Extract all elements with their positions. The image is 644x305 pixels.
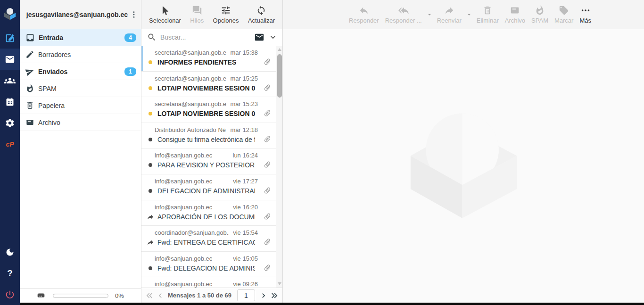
paperclip-icon (262, 211, 273, 222)
chat-bubbles-icon (192, 5, 202, 16)
rail-spacer (0, 155, 20, 241)
folder-label: Borradores (38, 51, 71, 58)
forwarded-arrow-icon (146, 239, 155, 246)
message-subject: APROBACIÓN DE LOS DOCUMEN... (157, 213, 255, 221)
tag-icon (559, 5, 569, 16)
first-page-icon[interactable] (144, 290, 155, 301)
cpanel-icon[interactable]: cP (0, 133, 20, 155)
message-row[interactable]: info@sanjuan.gob.eclun 16:24 PARA REVISI… (141, 148, 282, 174)
archive-box-icon (25, 118, 34, 127)
more-button[interactable]: Más (579, 5, 591, 24)
message-row[interactable]: info@sanjuan.gob.ecvie 09:26 (141, 277, 282, 288)
spam-button[interactable]: SPAM (531, 5, 548, 24)
search-scope-chevron-down-icon[interactable] (268, 33, 278, 42)
trash-icon (482, 5, 493, 16)
list-scrollbar[interactable] (276, 46, 282, 288)
reply-all-button[interactable]: Responder ... (385, 5, 422, 24)
message-subject: DELEGACION DE ADMINISTRADO... (157, 187, 255, 195)
more-label: Más (579, 17, 591, 24)
message-sender: info@sanjuan.gob.ec (155, 204, 212, 211)
folder-label: Enviados (38, 68, 67, 75)
message-subject: LOTAIP NOVIEMBRE SESION 062 (157, 84, 255, 92)
message-sender: secretaria@sanjuan.gob.ec (155, 75, 226, 82)
page-number-input[interactable] (237, 289, 255, 301)
next-page-icon[interactable] (259, 291, 268, 300)
last-page-icon[interactable] (269, 290, 280, 301)
settings-gear-icon[interactable] (0, 112, 20, 133)
mark-label: Marcar (554, 17, 573, 24)
sidebar-item-sent[interactable]: Enviados 1 (20, 63, 141, 80)
send-icon (24, 66, 35, 77)
message-row[interactable]: info@sanjuan.gob.ecvie 15:05 Fwd: DELEGA… (141, 252, 282, 278)
message-action-toolbar: Responder Responder ... Reenviar Elimina… (283, 0, 644, 29)
message-date: vie 16:20 (233, 204, 258, 211)
message-sender: secretaria@sanjuan.gob.ec (155, 49, 226, 56)
delete-button[interactable]: Eliminar (477, 5, 499, 24)
message-row[interactable]: coordinador@sanjuan.gob....vie 15:54 Fwd… (141, 226, 282, 252)
fire-icon (25, 84, 34, 93)
select-button[interactable]: Seleccionar (149, 5, 181, 24)
help-icon[interactable]: ? (0, 263, 20, 284)
message-date: vie 17:27 (233, 178, 258, 185)
message-row[interactable]: secretaria@sanjuan.gob.ecmar 15:38 INFOR… (141, 46, 282, 72)
message-sender: info@sanjuan.gob.ec (155, 152, 212, 159)
dark-mode-moon-icon[interactable] (0, 241, 20, 263)
sidebar-item-trash[interactable]: Papelera (20, 97, 141, 114)
list-toolbar: Seleccionar Hilos Opciones Actualizar (141, 0, 282, 29)
message-sender: info@sanjuan.gob.ec (155, 280, 212, 288)
scrollbar-up-arrow[interactable] (278, 48, 281, 51)
forward-dropdown-caret-icon[interactable] (466, 11, 472, 18)
sidebar-item-spam[interactable]: SPAM (20, 80, 141, 97)
sidebar-item-drafts[interactable]: Borradores (20, 46, 141, 63)
archive-button[interactable]: Archivo (505, 5, 525, 24)
sidebar-item-archive[interactable]: Archivo (20, 114, 141, 131)
message-subject: INFORMES PENDIENTES (157, 58, 236, 66)
contacts-module-icon[interactable] (0, 70, 20, 91)
reply-button[interactable]: Responder (349, 5, 379, 24)
reply-all-dropdown-caret-icon[interactable] (426, 11, 433, 18)
storage-disk-icon (36, 290, 46, 301)
search-input[interactable] (160, 33, 250, 41)
account-menu-icon[interactable] (130, 10, 138, 19)
message-row[interactable]: Distribuidor Autorizado Ne...mar 12:18 C… (141, 123, 282, 149)
paperclip-icon (262, 57, 273, 67)
options-button[interactable]: Opciones (213, 5, 239, 24)
message-row[interactable]: info@sanjuan.gob.ecvie 17:27 DELEGACION … (141, 174, 282, 200)
message-sender: info@sanjuan.gob.ec (155, 255, 212, 262)
message-date: mar 15:25 (230, 75, 258, 82)
folder-label: SPAM (38, 85, 57, 92)
message-row[interactable]: secretaria@sanjuan.gob.ecmar 15:23 LOTAI… (141, 97, 282, 123)
read-dot-icon (146, 138, 155, 141)
message-list-panel: Seleccionar Hilos Opciones Actualizar (141, 0, 283, 305)
message-row[interactable]: secretaria@sanjuan.gob.ecmar 15:25 LOTAI… (141, 72, 282, 98)
quota-bar: 0% (20, 288, 141, 303)
paperclip-icon (262, 237, 273, 247)
mark-button[interactable]: Marcar (554, 5, 573, 24)
archive-box-icon (510, 5, 520, 16)
scrollbar-down-arrow[interactable] (278, 282, 281, 285)
select-label: Seleccionar (149, 17, 181, 24)
calendar-module-icon[interactable] (0, 91, 20, 112)
compose-icon[interactable] (0, 27, 20, 49)
threads-button[interactable]: Hilos (190, 5, 204, 24)
archive-label: Archivo (505, 17, 525, 24)
message-sender: coordinador@sanjuan.gob.... (155, 229, 229, 236)
refresh-button[interactable]: Actualizar (248, 5, 275, 24)
sidebar-item-inbox[interactable]: Entrada 4 (20, 29, 141, 46)
forward-button[interactable]: Reenviar (437, 5, 462, 24)
message-list: secretaria@sanjuan.gob.ecmar 15:38 INFOR… (141, 46, 282, 288)
logout-power-icon[interactable] (0, 284, 20, 305)
message-row[interactable]: info@sanjuan.gob.ecvie 16:20 APROBACIÓN … (141, 200, 282, 226)
scrollbar-thumb[interactable] (277, 54, 282, 98)
prev-page-icon[interactable] (156, 291, 165, 300)
forwarded-arrow-icon (146, 213, 155, 221)
account-header: jesusgavilanes@sanjuan.gob.ec (20, 0, 141, 29)
unread-count-badge: 1 (124, 67, 136, 76)
search-scope-envelope-icon[interactable] (254, 32, 264, 42)
message-date: mar 15:38 (230, 49, 258, 56)
refresh-label: Actualizar (248, 17, 275, 24)
reply-all-label: Responder ... (385, 17, 422, 24)
module-rail: cP ? (0, 0, 20, 305)
spam-label: SPAM (531, 17, 548, 24)
mail-module-icon[interactable] (0, 49, 20, 70)
